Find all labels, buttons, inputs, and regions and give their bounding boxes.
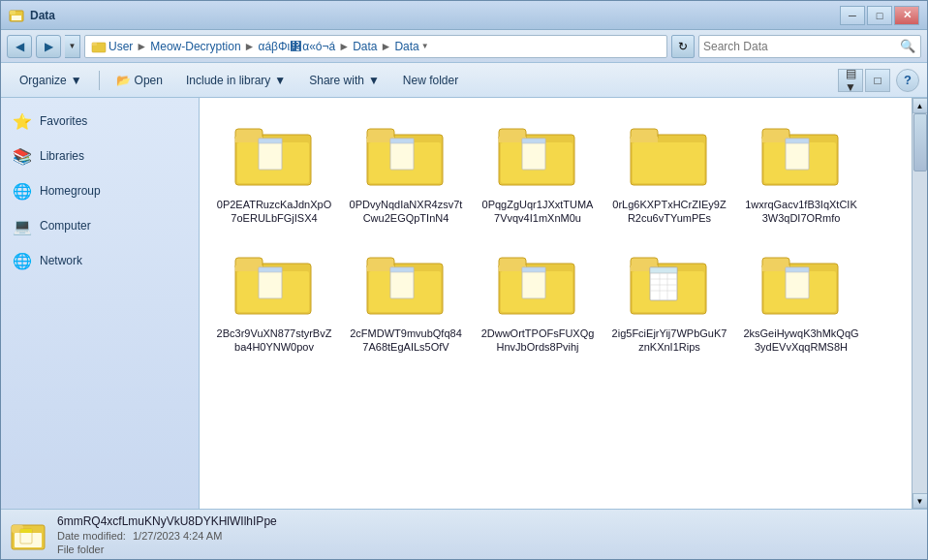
folder-icon-wrap [626,116,713,194]
file-label: 2ig5FciEjrYij7WPbGuK7znKXnI1Rips [611,327,727,355]
file-label: 0P2EATRuzcKaJdnXpO7oERULbFGjISX4 [216,198,332,226]
new-folder-label: New folder [403,74,458,87]
title-bar-left: Data [9,8,55,23]
open-label: Open [135,74,163,87]
breadcrumb-alpha[interactable]: αáβΦι΢α«ó¬á [259,40,336,53]
status-filename: 6mmRQ4xcfLmuKNyVkU8DYKHlWIlhIPpe [57,514,277,528]
sidebar-item-libraries[interactable]: 📚 Libraries [1,140,199,171]
window-icon [9,8,24,23]
content-wrapper: 0P2EATRuzcKaJdnXpO7oERULbFGjISX4 0PDvyNq… [200,98,927,509]
file-item[interactable]: 1wxrqGacv1fB3IqXtCIK3W3qDI7ORmfo [738,109,864,233]
restore-button[interactable]: □ [867,6,892,25]
file-item[interactable]: 2Bc3r9VuXN877styrBvZba4H0YNW0pov [211,238,337,361]
scroll-down-button[interactable]: ▼ [913,493,928,509]
close-button[interactable]: ✕ [894,6,919,25]
include-library-label: Include in library [186,74,270,87]
refresh-button[interactable]: ↻ [671,35,695,58]
search-icon[interactable]: 🔍 [899,38,916,55]
svg-rect-38 [259,267,282,272]
sidebar-item-label-libraries: Libraries [40,149,84,163]
file-label: 0rLg6KXPTxHCrZIEy9ZR2cu6vTYumPEs [611,198,727,226]
files-grid: 0P2EATRuzcKaJdnXpO7oERULbFGjISX4 0PDvyNq… [200,98,912,372]
views-button[interactable]: ▤ ▼ [838,69,863,92]
breadcrumb-bar: User ► Meow-Decryption ► αáβΦι΢α«ó¬á ► D… [84,35,667,58]
open-icon: 📂 [116,74,131,87]
breadcrumb-user[interactable]: User [108,40,133,53]
scrollbar: ▲ ▼ [912,98,927,509]
help-button[interactable]: ? [896,69,919,92]
network-icon: 🌐 [13,252,32,270]
file-label: 2Bc3r9VuXN877styrBvZba4H0YNW0pov [216,327,332,355]
file-label: 1wxrqGacv1fB3IqXtCIK3W3qDI7ORmfo [743,198,859,226]
svg-rect-50 [522,267,545,272]
back-button[interactable]: ◀ [7,35,32,58]
date-modified-value: 1/27/2023 4:24 AM [133,530,222,542]
sidebar-item-favorites[interactable]: ⭐ Favorites [1,106,199,137]
file-label: 0PqgZgUqr1JXxtTUMA7Vvqv4I1mXnM0u [479,198,596,226]
svg-rect-1 [10,11,15,15]
new-folder-button[interactable]: New folder [392,67,469,94]
svg-rect-56 [650,267,677,273]
status-bar: 6mmRQ4xcfLmuKNyVkU8DYKHlWIlhIPpe Date mo… [1,509,927,559]
folder-icon [91,39,107,54]
address-bar: ◀ ▶ ▼ User ► Meow-Decryption ► αáβΦι΢α«ó… [1,30,927,63]
svg-rect-2 [12,16,21,20]
folder-icon-wrap [758,245,845,323]
toolbar: Organize ▼ 📂 Open Include in library ▼ S… [1,63,927,98]
status-date-modified: Date modified: 1/27/2023 4:24 AM [57,530,277,542]
file-item[interactable]: 0PqgZgUqr1JXxtTUMA7Vvqv4I1mXnM0u [475,109,601,233]
sidebar-item-label-computer: Computer [40,219,91,233]
sidebar-item-network[interactable]: 🌐 Network [1,245,199,276]
scroll-thumb[interactable] [913,113,927,171]
organize-arrow: ▼ [71,74,82,87]
organize-button[interactable]: Organize ▼ [9,67,93,94]
file-item[interactable]: 2cFMDWT9mvubQfq847A68tEgAILs5OfV [343,238,469,361]
sidebar-item-homegroup[interactable]: 🌐 Homegroup [1,175,199,206]
recent-locations-button[interactable]: ▼ [65,35,80,58]
scroll-track [913,113,928,493]
file-label: 2DwwOrtTPOFsFUXQgHnvJbOrds8Pvihj [479,327,596,355]
status-type: File folder [57,544,277,555]
folder-icon-wrap [362,245,449,323]
svg-rect-67 [786,267,809,272]
title-bar: Data ─ □ ✕ [1,1,927,30]
folder-icon-wrap [494,245,581,323]
sidebar-item-computer[interactable]: 💻 Computer [1,210,199,241]
sidebar-section-libraries: 📚 Libraries [1,140,199,171]
svg-rect-44 [390,267,414,272]
sidebar: ⭐ Favorites 📚 Libraries 🌐 Homegroup 💻 [1,98,200,509]
include-library-button[interactable]: Include in library ▼ [175,67,296,94]
svg-rect-16 [390,139,414,143]
folder-icon-wrap [362,116,449,194]
search-input[interactable] [703,40,895,53]
computer-icon: 💻 [13,217,32,235]
share-with-button[interactable]: Share with ▼ [298,67,390,94]
folder-icon-wrap [231,116,318,194]
favorites-icon: ⭐ [13,112,32,131]
folder-icon-wrap [494,116,581,194]
scroll-up-button[interactable]: ▲ [913,98,928,113]
sidebar-section-computer: 💻 Computer [1,210,199,241]
breadcrumb-data1[interactable]: Data [353,40,377,53]
file-item[interactable]: 2DwwOrtTPOFsFUXQgHnvJbOrds8Pvihj [475,238,601,361]
status-text: 6mmRQ4xcfLmuKNyVkU8DYKHlWIlhIPpe Date mo… [57,514,277,555]
open-button[interactable]: 📂 Open [106,67,173,94]
homegroup-icon: 🌐 [13,182,32,201]
minimize-button[interactable]: ─ [840,6,865,25]
file-label: 0PDvyNqdIaNXR4zsv7tCwu2EGQpTInN4 [348,198,464,226]
file-item[interactable]: 2ksGeiHywqK3hMkQqG3ydEVvXqqRMS8H [738,238,864,361]
sidebar-item-label-favorites: Favorites [40,114,87,128]
sidebar-section-network: 🌐 Network [1,245,199,276]
svg-rect-25 [631,137,658,142]
file-item[interactable]: 0rLg6KXPTxHCrZIEy9ZR2cu6vTYumPEs [606,109,732,233]
breadcrumb-dropdown[interactable]: ▼ [421,42,429,50]
file-item[interactable]: 2ig5FciEjrYij7WPbGuK7znKXnI1Rips [606,238,732,361]
share-with-arrow: ▼ [368,74,380,87]
file-item[interactable]: 0P2EATRuzcKaJdnXpO7oERULbFGjISX4 [211,109,337,233]
explorer-window: Data ─ □ ✕ ◀ ▶ ▼ User ► Meow-Decryption … [0,0,928,560]
forward-button[interactable]: ▶ [36,35,61,58]
details-button[interactable]: □ [865,69,890,92]
breadcrumb-data2[interactable]: Data [394,40,418,53]
file-item[interactable]: 0PDvyNqdIaNXR4zsv7tCwu2EGQpTInN4 [343,109,469,233]
breadcrumb-meow[interactable]: Meow-Decryption [150,40,240,53]
